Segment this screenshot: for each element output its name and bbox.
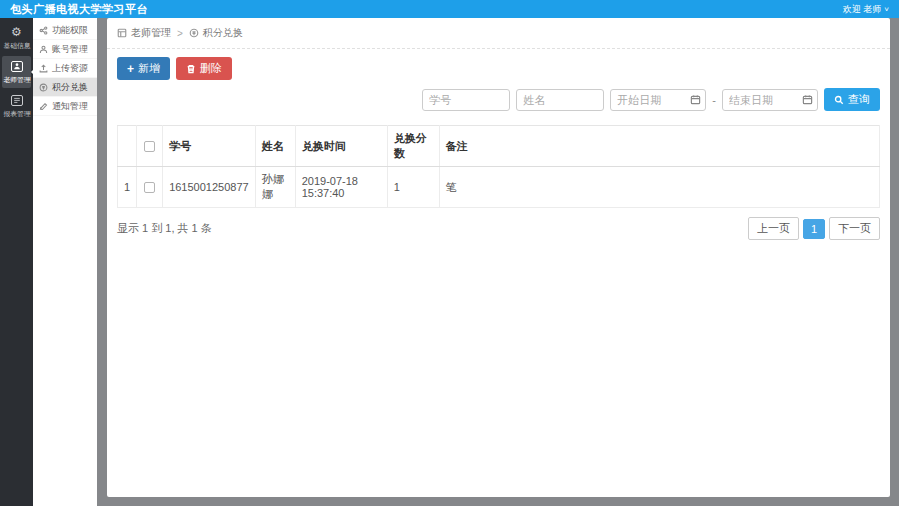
points-icon — [39, 83, 48, 92]
start-date-wrap — [610, 89, 706, 111]
add-button[interactable]: + 新增 — [117, 57, 170, 80]
search-button[interactable]: 查询 — [824, 88, 880, 111]
prev-page-button[interactable]: 上一页 — [748, 217, 799, 240]
sidebar-item-label: 上传资源 — [52, 62, 88, 75]
rail-item-label: 基础信息 — [3, 41, 30, 50]
secondary-sidebar: 功能权限 账号管理 上传资源 积分兑换 通知管理 — [33, 18, 97, 506]
trash-icon — [186, 64, 196, 74]
cell-index: 1 — [118, 167, 137, 208]
sidebar-item-notifications[interactable]: 通知管理 — [33, 97, 97, 116]
pagination: 上一页 1 下一页 — [748, 217, 880, 240]
account-icon — [39, 45, 48, 54]
page-1-button[interactable]: 1 — [803, 219, 825, 239]
rail-item-label: 老师管理 — [3, 75, 30, 84]
rail-item-label: 报表管理 — [3, 109, 30, 118]
sidebar-item-permissions[interactable]: 功能权限 — [33, 21, 97, 40]
next-page-button[interactable]: 下一页 — [829, 217, 880, 240]
report-icon — [11, 93, 23, 107]
end-date-wrap — [722, 89, 818, 111]
cell-name: 孙娜娜 — [255, 167, 295, 208]
rail-item-basic-info[interactable]: ⚙ 基础信息 — [2, 22, 31, 54]
date-range-separator: - — [712, 94, 716, 106]
cell-student-id: 1615001250877 — [163, 167, 256, 208]
grid-icon — [117, 28, 127, 38]
teacher-icon — [11, 59, 23, 73]
header-exchange-time: 兑换时间 — [295, 126, 387, 167]
student-id-input[interactable] — [422, 89, 510, 111]
cell-checkbox — [137, 167, 163, 208]
sidebar-item-upload[interactable]: 上传资源 — [33, 59, 97, 78]
delete-button[interactable]: 删除 — [176, 57, 232, 80]
gears-icon: ⚙ — [11, 25, 22, 39]
breadcrumb-current: 积分兑换 — [203, 26, 243, 40]
sidebar-item-label: 账号管理 — [52, 43, 88, 56]
header-checkbox-cell — [137, 126, 163, 167]
header-index — [118, 126, 137, 167]
app-title: 包头广播电视大学学习平台 — [10, 2, 148, 17]
filter-bar: - 查询 — [107, 82, 890, 121]
breadcrumb-parent[interactable]: 老师管理 — [131, 26, 171, 40]
row-checkbox[interactable] — [144, 182, 155, 193]
breadcrumb-separator: > — [177, 28, 183, 39]
notice-icon — [39, 102, 48, 111]
top-bar: 包头广播电视大学学习平台 欢迎 老师 ˅ — [0, 0, 899, 18]
add-button-label: 新增 — [138, 61, 160, 76]
table-header-row: 学号 姓名 兑换时间 兑换分数 备注 — [118, 126, 880, 167]
record-summary: 显示 1 到 1, 共 1 条 — [117, 221, 212, 236]
plus-icon: + — [127, 64, 134, 74]
search-icon — [834, 95, 844, 105]
header-student-id: 学号 — [163, 126, 256, 167]
start-date-input[interactable] — [610, 89, 706, 111]
breadcrumb: 老师管理 > 积分兑换 — [107, 18, 890, 49]
select-all-checkbox[interactable] — [144, 141, 155, 152]
cell-exchange-time: 2019-07-18 15:37:40 — [295, 167, 387, 208]
sidebar-item-accounts[interactable]: 账号管理 — [33, 40, 97, 59]
table-footer: 显示 1 到 1, 共 1 条 上一页 1 下一页 — [107, 208, 890, 249]
toolbar: + 新增 删除 — [107, 49, 890, 82]
name-input[interactable] — [516, 89, 604, 111]
header-remark: 备注 — [439, 126, 879, 167]
table-row[interactable]: 1 1615001250877 孙娜娜 2019-07-18 15:37:40 … — [118, 167, 880, 208]
table-container: 学号 姓名 兑换时间 兑换分数 备注 1 1615001250877 孙娜娜 2… — [107, 121, 890, 208]
user-menu[interactable]: 欢迎 老师 ˅ — [843, 3, 889, 16]
end-date-input[interactable] — [722, 89, 818, 111]
cell-remark: 笔 — [439, 167, 879, 208]
primary-sidebar: ⚙ 基础信息 老师管理 报表管理 — [0, 18, 33, 506]
upload-icon — [39, 64, 48, 73]
header-name: 姓名 — [255, 126, 295, 167]
chevron-down-icon: ˅ — [884, 5, 889, 14]
header-points: 兑换分数 — [387, 126, 439, 167]
sidebar-item-label: 功能权限 — [52, 24, 88, 37]
rail-item-report-mgmt[interactable]: 报表管理 — [2, 90, 31, 122]
points-icon — [189, 28, 199, 38]
sidebar-item-points-exchange[interactable]: 积分兑换 — [33, 78, 97, 97]
rail-item-teacher-mgmt[interactable]: 老师管理 — [2, 56, 31, 88]
points-exchange-table: 学号 姓名 兑换时间 兑换分数 备注 1 1615001250877 孙娜娜 2… — [117, 125, 880, 208]
sidebar-item-label: 积分兑换 — [52, 81, 88, 94]
permission-icon — [39, 26, 48, 35]
sidebar-item-label: 通知管理 — [52, 100, 88, 113]
content-panel: 老师管理 > 积分兑换 + 新增 删除 - 查询 — [107, 18, 890, 497]
search-button-label: 查询 — [848, 92, 870, 107]
cell-points: 1 — [387, 167, 439, 208]
delete-button-label: 删除 — [200, 61, 222, 76]
user-name: 欢迎 老师 — [843, 3, 882, 16]
